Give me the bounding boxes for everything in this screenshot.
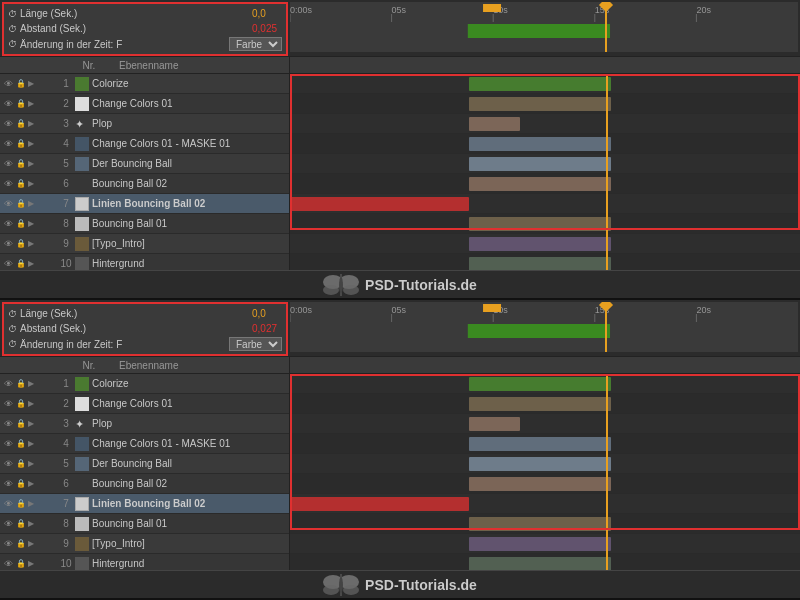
layer-row[interactable]: 👁🔒▶7Linien Bouncing Ball 02 — [0, 194, 289, 214]
layer-row[interactable]: 👁🔒▶6Bouncing Ball 02 — [0, 474, 289, 494]
svg-point-35 — [343, 585, 359, 595]
expand-icon[interactable]: ▶ — [28, 498, 36, 510]
layer-row[interactable]: 👁🔒▶4Change Colors 01 - MASKE 01 — [0, 134, 289, 154]
timeline-bar — [469, 237, 612, 251]
eye-icon[interactable]: 👁 — [2, 218, 14, 230]
eye-icon[interactable]: 👁 — [2, 518, 14, 530]
expand-icon[interactable]: ▶ — [28, 118, 36, 130]
laenge-value[interactable]: 0,0 — [252, 308, 282, 319]
eye-icon[interactable]: 👁 — [2, 178, 14, 190]
eye-icon[interactable]: 👁 — [2, 138, 14, 150]
eye-icon[interactable]: 👁 — [2, 78, 14, 90]
eye-icon[interactable]: 👁 — [2, 258, 14, 270]
timeline-bar — [469, 457, 612, 471]
expand-icon[interactable]: ▶ — [28, 418, 36, 430]
eye-icon[interactable]: 👁 — [2, 198, 14, 210]
layer-row[interactable]: 👁🔒▶5Der Bouncing Ball — [0, 454, 289, 474]
expand-icon[interactable]: ▶ — [28, 558, 36, 570]
expand-icon[interactable]: ▶ — [28, 78, 36, 90]
expand-icon[interactable]: ▶ — [28, 198, 36, 210]
eye-icon[interactable]: 👁 — [2, 458, 14, 470]
layer-number: 4 — [57, 138, 75, 149]
layer-thumb — [75, 177, 89, 191]
lock-icon: 🔒 — [15, 118, 27, 130]
timeline-bar — [469, 557, 612, 570]
eye-icon[interactable]: 👁 — [2, 118, 14, 130]
expand-icon[interactable]: ▶ — [28, 378, 36, 390]
layer-row[interactable]: 👁🔒▶5Der Bouncing Ball — [0, 154, 289, 174]
expand-icon[interactable]: ▶ — [28, 398, 36, 410]
eye-icon[interactable]: 👁 — [2, 498, 14, 510]
timeline-row — [290, 194, 800, 214]
layer-thumb — [75, 217, 89, 231]
expand-icon[interactable]: ▶ — [28, 178, 36, 190]
layer-thumb — [75, 457, 89, 471]
layer-number: 4 — [57, 438, 75, 449]
aenderung-select[interactable]: Farbe — [229, 337, 282, 351]
layer-row[interactable]: 👁🔒▶9[Typo_Intro] — [0, 534, 289, 554]
svg-text:0:00s: 0:00s — [290, 5, 313, 15]
expand-icon[interactable]: ▶ — [28, 518, 36, 530]
eye-icon[interactable]: 👁 — [2, 538, 14, 550]
lock-icon: 🔒 — [15, 418, 27, 430]
column-headers: Nr.Ebenenname — [0, 356, 800, 374]
layer-number: 8 — [57, 518, 75, 529]
eye-icon[interactable]: 👁 — [2, 98, 14, 110]
timeline-bar — [469, 77, 612, 91]
layer-name: Linien Bouncing Ball 02 — [92, 498, 205, 509]
lock-icon: 🔒 — [15, 518, 27, 530]
eye-icon[interactable]: 👁 — [2, 418, 14, 430]
layer-row[interactable]: 👁🔒▶2Change Colors 01 — [0, 394, 289, 414]
expand-icon[interactable]: ▶ — [28, 238, 36, 250]
abstand-value[interactable]: 0,025 — [252, 23, 282, 34]
timeline-bar — [290, 497, 469, 511]
svg-rect-12 — [468, 24, 610, 38]
panel-top: ⏱ Länge (Sek.) 0,0⏱ Abstand (Sek.) 0,025… — [0, 0, 800, 300]
aenderung-select[interactable]: Farbe — [229, 37, 282, 51]
layer-row[interactable]: 👁🔒▶1Colorize — [0, 374, 289, 394]
expand-icon[interactable]: ▶ — [28, 98, 36, 110]
expand-icon[interactable]: ▶ — [28, 478, 36, 490]
abstand-value[interactable]: 0,027 — [252, 323, 282, 334]
laenge-value[interactable]: 0,0 — [252, 8, 282, 19]
layer-row[interactable]: 👁🔒▶6Bouncing Ball 02 — [0, 174, 289, 194]
expand-icon[interactable]: ▶ — [28, 538, 36, 550]
layer-row[interactable]: 👁🔒▶3✦Plop — [0, 414, 289, 434]
eye-icon[interactable]: 👁 — [2, 398, 14, 410]
column-headers: Nr.Ebenenname — [0, 56, 800, 74]
expand-icon[interactable]: ▶ — [28, 438, 36, 450]
layer-row[interactable]: 👁🔒▶8Bouncing Ball 01 — [0, 514, 289, 534]
lock-icon: 🔒 — [15, 198, 27, 210]
timeline-row — [290, 214, 800, 234]
expand-icon[interactable]: ▶ — [28, 258, 36, 270]
eye-icon[interactable]: 👁 — [2, 158, 14, 170]
layer-row[interactable]: 👁🔒▶4Change Colors 01 - MASKE 01 — [0, 434, 289, 454]
eye-icon[interactable]: 👁 — [2, 558, 14, 570]
layer-thumb — [75, 77, 89, 91]
layer-row[interactable]: 👁🔒▶3✦Plop — [0, 114, 289, 134]
eye-icon[interactable]: 👁 — [2, 238, 14, 250]
clock-icon3: ⏱ — [8, 339, 17, 349]
lock-icon: 🔒 — [15, 438, 27, 450]
layer-name: Change Colors 01 - MASKE 01 — [92, 138, 230, 149]
layer-number: 5 — [57, 458, 75, 469]
eye-icon[interactable]: 👁 — [2, 378, 14, 390]
layer-row[interactable]: 👁🔒▶2Change Colors 01 — [0, 94, 289, 114]
timeline-row — [290, 74, 800, 94]
eye-icon[interactable]: 👁 — [2, 478, 14, 490]
expand-icon[interactable]: ▶ — [28, 138, 36, 150]
expand-icon[interactable]: ▶ — [28, 458, 36, 470]
col-nr: Nr. — [79, 60, 99, 71]
layer-row[interactable]: 👁🔒▶7Linien Bouncing Ball 02 — [0, 494, 289, 514]
layer-row[interactable]: 👁🔒▶10Hintergrund — [0, 254, 289, 270]
layer-thumb — [75, 557, 89, 571]
expand-icon[interactable]: ▶ — [28, 158, 36, 170]
layer-number: 3 — [57, 118, 75, 129]
layer-row[interactable]: 👁🔒▶9[Typo_Intro] — [0, 234, 289, 254]
eye-icon[interactable]: 👁 — [2, 438, 14, 450]
layer-row[interactable]: 👁🔒▶1Colorize — [0, 74, 289, 94]
timeline-row — [290, 94, 800, 114]
layer-row[interactable]: 👁🔒▶10Hintergrund — [0, 554, 289, 570]
layer-row[interactable]: 👁🔒▶8Bouncing Ball 01 — [0, 214, 289, 234]
expand-icon[interactable]: ▶ — [28, 218, 36, 230]
